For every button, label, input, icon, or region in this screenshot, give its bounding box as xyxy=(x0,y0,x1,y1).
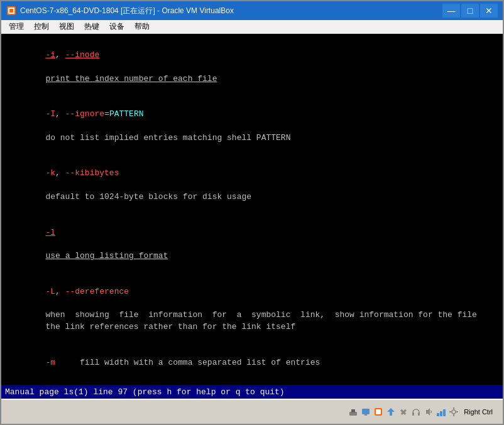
option-L-desc2: the link references rather than for the … xyxy=(6,321,498,333)
status-bar: Manual page ls(1) line 97 (press h for h… xyxy=(1,385,503,399)
blank5 xyxy=(6,333,498,345)
menu-hotkey[interactable]: 热键 xyxy=(79,20,104,33)
menu-devices[interactable]: 设备 xyxy=(104,20,129,33)
display-icon xyxy=(361,407,371,417)
terminal-content: -i, --inode print the index number of ea… xyxy=(1,34,503,385)
svg-rect-13 xyxy=(418,412,420,416)
settings-icon xyxy=(449,407,459,417)
blank2 xyxy=(6,144,498,156)
option-I-desc: do not list implied entries matching she… xyxy=(6,132,498,144)
option-k: -k, --kibibytes xyxy=(6,156,498,191)
flag-ignore: --ignore xyxy=(65,109,104,119)
flag-k: -k xyxy=(45,168,55,178)
svg-rect-4 xyxy=(351,409,355,412)
svg-rect-17 xyxy=(443,409,446,416)
right-ctrl-label: Right Ctrl xyxy=(461,408,495,416)
title-text: CentOS-7-x86_64-DVD-1804 [正在运行] - Oracle… xyxy=(20,6,442,16)
svg-rect-20 xyxy=(453,414,454,416)
flag-kibibytes: --kibibytes xyxy=(65,168,119,178)
window-controls: ― □ ✕ xyxy=(442,4,498,18)
flag-m: -m xyxy=(45,358,55,367)
svg-rect-16 xyxy=(440,411,442,416)
option-k-desc: default to 1024-byte blocks for disk usa… xyxy=(6,191,498,203)
close-button[interactable]: ✕ xyxy=(480,4,498,18)
minimize-button[interactable]: ― xyxy=(442,4,460,18)
arrow-icon xyxy=(386,407,396,417)
option-i-desc: print the index number of each file xyxy=(6,73,498,85)
option-L: -L, --dereference xyxy=(6,274,498,310)
flag-inode: --inode xyxy=(65,50,100,60)
taskbar: Right Ctrl xyxy=(1,399,503,424)
svg-rect-12 xyxy=(412,412,414,416)
blank1 xyxy=(6,85,498,97)
headphone-icon xyxy=(411,407,421,417)
svg-rect-2 xyxy=(9,9,13,13)
option-m: -m fill width with a comma separated lis… xyxy=(6,345,498,381)
terminal[interactable]: -i, --inode print the index number of ea… xyxy=(1,34,503,399)
option-I: -I, --ignore=PATTERN xyxy=(6,97,498,132)
menu-bar: 管理 控制 视图 热键 设备 帮助 xyxy=(1,20,503,34)
option-i: -i, --inode xyxy=(6,38,498,73)
svg-marker-9 xyxy=(387,408,395,416)
option-L-desc1: when showing file information for a symb… xyxy=(6,309,498,321)
flag-l: -l xyxy=(45,228,55,237)
virtualbox-window: CentOS-7-x86_64-DVD-1804 [正在运行] - Oracle… xyxy=(0,0,504,425)
title-bar: CentOS-7-x86_64-DVD-1804 [正在运行] - Oracle… xyxy=(1,1,503,20)
svg-point-18 xyxy=(452,410,456,414)
svg-rect-15 xyxy=(437,413,439,416)
blank4 xyxy=(6,262,498,274)
blank3 xyxy=(6,203,498,215)
svg-rect-8 xyxy=(376,409,381,414)
speaker-icon xyxy=(424,407,434,417)
status-text: Manual page ls(1) line 97 (press h for h… xyxy=(5,387,285,397)
svg-marker-14 xyxy=(426,408,430,416)
network-icon xyxy=(348,407,358,417)
flag-deref: --dereference xyxy=(65,287,129,296)
flag-I: -I xyxy=(45,109,55,119)
l-desc-underline: use a long listing format xyxy=(45,251,168,261)
svg-rect-6 xyxy=(364,414,367,416)
taskbar-right: Right Ctrl xyxy=(343,407,500,417)
svg-rect-5 xyxy=(362,409,370,414)
menu-help[interactable]: 帮助 xyxy=(129,20,155,33)
maximize-button[interactable]: □ xyxy=(461,4,479,18)
vm-icon2 xyxy=(373,407,383,417)
svg-rect-21 xyxy=(449,411,451,412)
network2-icon xyxy=(436,407,446,417)
flag-i: -i xyxy=(45,50,55,60)
option-l-desc: use a long listing format xyxy=(6,250,498,262)
menu-view[interactable]: 视图 xyxy=(54,20,79,33)
flag-L: -L xyxy=(45,287,55,296)
option-l: -l xyxy=(6,215,498,251)
svg-rect-19 xyxy=(453,407,454,409)
pattern-text: PATTERN xyxy=(109,109,144,119)
menu-manage[interactable]: 管理 xyxy=(4,20,29,33)
window-icon xyxy=(6,6,16,16)
menu-control[interactable]: 控制 xyxy=(29,20,54,33)
svg-rect-22 xyxy=(456,411,458,412)
inode-desc-underline: print the index number of each file xyxy=(45,74,217,83)
tools-icon xyxy=(398,407,408,417)
